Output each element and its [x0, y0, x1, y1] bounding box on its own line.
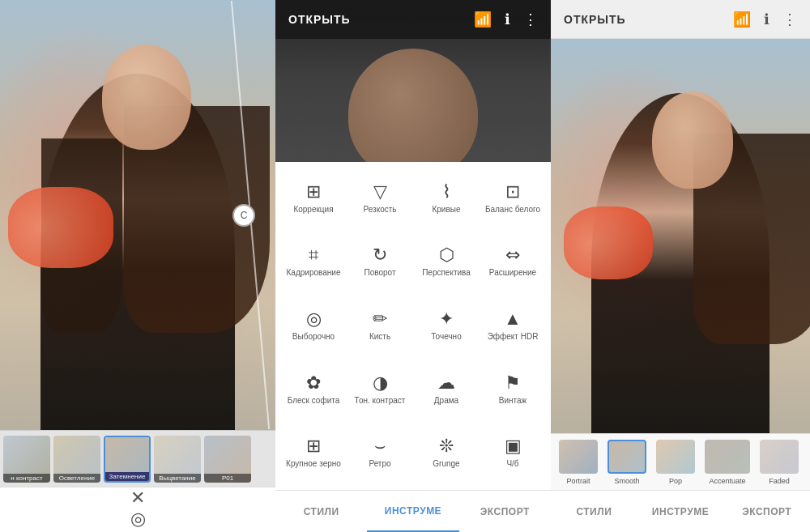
style-label-faded: Faded	[769, 477, 790, 485]
menu-item-expand[interactable]: ⇔ Расширение	[481, 232, 544, 293]
crop-label: Кадрирование	[287, 267, 341, 278]
right-wifi-icon[interactable]: 📶	[733, 11, 751, 28]
retro-icon: ⌣	[374, 437, 386, 455]
spot-label: Точечно	[431, 331, 461, 342]
filmstrip: н контраст Осветление Затемнение Выцвета…	[0, 430, 275, 487]
grain-label: Крупное зерно	[286, 458, 341, 469]
right-info-icon[interactable]: ℹ	[764, 11, 770, 28]
right-tab-styles[interactable]: СТИЛИ	[551, 491, 637, 532]
menu-item-bw[interactable]: ▣ Ч/б	[481, 423, 544, 483]
bw-label: Ч/б	[506, 458, 518, 469]
flowers-left	[8, 187, 113, 268]
menu-item-vintage[interactable]: ⚑ Винтаж	[481, 360, 544, 420]
center-tab-styles[interactable]: СТИЛИ	[275, 491, 367, 532]
center-bottom-nav: СТИЛИ ИНСТРУМЕ ЭКСПОРТ	[275, 490, 551, 532]
menu-item-grunge[interactable]: ❊ Grunge	[415, 423, 478, 483]
center-more-icon[interactable]: ⋮	[523, 11, 538, 28]
wb-icon: ⊡	[505, 183, 520, 201]
style-item-smooth[interactable]: Smooth	[606, 440, 648, 485]
circle-tool-button[interactable]: ◎	[123, 509, 152, 530]
vintage-label: Винтаж	[499, 395, 527, 406]
drama-label: Драма	[434, 395, 458, 406]
style-item-pop[interactable]: Pop	[654, 440, 697, 485]
close-button[interactable]: ✕	[123, 487, 152, 509]
menu-item-tone[interactable]: ◑ Тон. контраст	[348, 360, 411, 420]
filmstrip-item-0[interactable]: н контраст	[3, 436, 50, 483]
menu-item-brush[interactable]: ✏ Кисть	[348, 296, 411, 356]
spot-icon: ✦	[439, 310, 454, 328]
center-header-icons: 📶 ℹ ⋮	[474, 11, 538, 28]
style-thumb-faded	[760, 440, 799, 474]
style-label-pop: Pop	[669, 477, 682, 485]
style-thumb-pop	[656, 440, 695, 474]
center-info-icon[interactable]: ℹ	[505, 11, 510, 28]
grain-icon: ⊞	[306, 437, 321, 455]
curves-icon: ⌇	[442, 183, 451, 201]
filmstrip-item-4[interactable]: P01	[204, 436, 251, 483]
filmstrip-item-3[interactable]: Выцветание	[154, 436, 201, 483]
glamour-icon: ✿	[306, 374, 321, 392]
style-thumb-accentuate	[705, 440, 750, 474]
right-open-button[interactable]: ОТКРЫТЬ	[564, 13, 626, 26]
tone-icon: ◑	[373, 374, 388, 392]
style-item-accentuate[interactable]: Accentuate	[703, 440, 752, 485]
menu-item-sharpness[interactable]: ▽ Резкость	[348, 168, 411, 229]
expand-icon: ⇔	[505, 246, 520, 264]
hdr-label: Эффект HDR	[488, 331, 539, 342]
menu-item-selective[interactable]: ◎ Выборочно	[282, 296, 345, 356]
center-open-button[interactable]: ОТКРЫТЬ	[288, 13, 351, 26]
retro-label: Ретро	[369, 458, 390, 469]
menu-item-grain[interactable]: ⊞ Крупное зерно	[282, 423, 345, 483]
menu-item-wb[interactable]: ⊡ Баланс белого	[481, 168, 544, 229]
perspective-label: Перспектива	[422, 267, 471, 278]
menu-item-glamour[interactable]: ✿ Блеск софита	[282, 360, 345, 420]
bw-icon: ▣	[505, 437, 522, 455]
sharpness-label: Резкость	[364, 204, 397, 215]
brush-icon: ✏	[373, 310, 387, 328]
right-styles-strip: Portrait Smooth Pop Accentuate Faded	[551, 433, 810, 490]
menu-item-drama[interactable]: ☁ Драма	[415, 360, 478, 420]
menu-item-hdr[interactable]: ▲ Эффект HDR	[481, 296, 544, 356]
center-wifi-icon[interactable]: 📶	[474, 11, 492, 28]
menu-item-curves[interactable]: ⌇ Кривые	[415, 168, 478, 229]
menu-item-rotate[interactable]: ↻ Поворот	[348, 232, 411, 293]
vintage-icon: ⚑	[505, 374, 521, 392]
center-photo-bg: ОТКРЫТЬ 📶 ℹ ⋮	[275, 0, 551, 162]
left-bottom-toolbar: ✕ ◎ 👁 📖 ✓	[0, 487, 275, 532]
drama-icon: ☁	[437, 374, 455, 392]
center-menu-grid: ⊞ Коррекция ▽ Резкость ⌇ Кривые ⊡ Баланс…	[275, 162, 551, 490]
menu-item-correction[interactable]: ⊞ Коррекция	[282, 168, 345, 229]
compare-handle[interactable]: C	[232, 204, 255, 227]
hdr-icon: ▲	[504, 310, 522, 328]
left-panel: C н контраст Осветление Затемнение Выцве…	[0, 0, 275, 532]
rotate-label: Поворот	[364, 267, 396, 278]
menu-item-spot[interactable]: ✦ Точечно	[415, 296, 478, 356]
expand-label: Расширение	[489, 267, 536, 278]
right-more-icon[interactable]: ⋮	[782, 11, 797, 28]
menu-item-crop[interactable]: ⌗ Кадрирование	[282, 232, 345, 293]
center-tab-export[interactable]: ЭКСПОРТ	[459, 491, 551, 532]
center-face	[348, 49, 478, 162]
face	[102, 45, 191, 150]
filmstrip-item-2[interactable]: Затемнение	[104, 436, 151, 483]
right-tab-export[interactable]: ЭКСПОРТ	[723, 491, 810, 532]
sharpness-icon: ▽	[373, 183, 387, 201]
perspective-icon: ⬡	[439, 246, 454, 264]
curves-label: Кривые	[432, 204, 460, 215]
right-tab-tools[interactable]: ИНСТРУМЕ	[637, 491, 724, 532]
style-item-portrait[interactable]: Portrait	[557, 440, 599, 485]
menu-item-retro[interactable]: ⌣ Ретро	[348, 423, 411, 483]
grunge-icon: ❊	[439, 437, 454, 455]
style-label-smooth: Smooth	[614, 477, 639, 485]
right-panel: ОТКРЫТЬ 📶 ℹ ⋮ Portrait Smooth Pop	[551, 0, 810, 532]
right-header-icons: 📶 ℹ ⋮	[733, 11, 797, 28]
selective-label: Выборочно	[292, 331, 335, 342]
right-header: ОТКРЫТЬ 📶 ℹ ⋮	[551, 0, 810, 39]
filmstrip-item-1[interactable]: Осветление	[53, 436, 100, 483]
style-item-faded[interactable]: Faded	[758, 440, 800, 485]
style-thumb-smooth	[608, 440, 646, 474]
style-label-accentuate: Accentuate	[709, 477, 745, 485]
center-tab-tools[interactable]: ИНСТРУМЕ	[367, 491, 458, 532]
right-flowers	[564, 206, 653, 279]
menu-item-perspective[interactable]: ⬡ Перспектива	[415, 232, 478, 293]
